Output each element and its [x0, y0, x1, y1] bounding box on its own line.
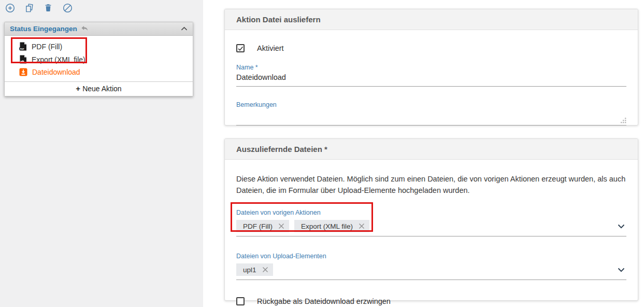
- name-field-label: Name *: [236, 64, 626, 71]
- status-panel: Status Eingegangen: [4, 22, 193, 96]
- action-item-label: Export (XML file): [32, 55, 85, 64]
- file-download-icon: [19, 68, 27, 76]
- files-card-title: Auszuliefernde Dateien *: [236, 145, 327, 153]
- chip-label: PDF (Fill): [243, 222, 273, 230]
- force-download-label: Rückgabe als Dateidownload erzwingen: [257, 297, 391, 305]
- status-panel-title: Status Eingegangen: [10, 25, 77, 33]
- add-action-button[interactable]: [5, 3, 15, 13]
- action-item-export-xml[interactable]: Export (XML file): [5, 53, 193, 66]
- chip-upl1[interactable]: upl1: [236, 263, 273, 276]
- remarks-field-label: Bemerkungen: [236, 101, 626, 108]
- workflow-sidebar: Status Eingegangen: [0, 0, 203, 307]
- chevron-up-icon[interactable]: [181, 26, 188, 31]
- activated-label: Aktiviert: [257, 44, 284, 52]
- duplicate-button[interactable]: [24, 3, 34, 13]
- upload-elements-label: Dateien von Upload-Elementen: [236, 253, 626, 260]
- ban-icon: [63, 3, 73, 13]
- previous-actions-select[interactable]: Dateien von vorigen Aktionen PDF (Fill) …: [236, 209, 626, 236]
- chevron-down-icon[interactable]: [618, 268, 625, 272]
- delete-button[interactable]: [43, 3, 53, 13]
- trash-icon: [44, 3, 53, 12]
- name-field-value[interactable]: Dateidownload: [236, 73, 626, 81]
- deliver-files-card: Auszuliefernde Dateien * Diese Aktion ve…: [224, 138, 638, 301]
- pdf-file-icon: PDF: [19, 42, 27, 51]
- remarks-field[interactable]: Bemerkungen: [236, 101, 626, 125]
- action-settings-card: Aktion Datei ausliefern Aktiviert Name *…: [224, 9, 638, 125]
- upload-elements-select[interactable]: Dateien von Upload-Elementen upl1: [236, 253, 626, 280]
- chip-close-icon[interactable]: [359, 223, 365, 229]
- workflow-toolbar: [5, 3, 73, 13]
- activated-checkbox-row[interactable]: Aktiviert: [236, 30, 626, 52]
- chip-pdf-fill[interactable]: PDF (Fill): [236, 220, 289, 232]
- action-list: PDF PDF (Fill) Export (XML file): [5, 36, 193, 81]
- chip-export-xml[interactable]: Export (XML file): [294, 220, 369, 232]
- export-file-icon: [19, 55, 27, 64]
- checkbox-unchecked-icon[interactable]: [236, 297, 245, 305]
- workflow-editor-page: Status Eingegangen: [0, 0, 644, 307]
- action-item-pdf-fill[interactable]: PDF PDF (Fill): [5, 40, 193, 53]
- chip-label: Export (XML file): [301, 222, 353, 230]
- duplicate-icon: [24, 3, 34, 13]
- status-panel-header[interactable]: Status Eingegangen: [5, 22, 193, 36]
- previous-actions-label: Dateien von vorigen Aktionen: [236, 209, 626, 216]
- new-action-label: Neue Aktion: [82, 85, 122, 93]
- previous-actions-chips: PDF (Fill) Export (XML file): [236, 220, 626, 232]
- action-item-label: PDF (Fill): [32, 43, 62, 51]
- files-card-body: Diese Aktion verwendet Dateien. Möglich …: [225, 160, 638, 305]
- action-item-dateidownload[interactable]: Dateidownload: [5, 66, 193, 78]
- undo-icon[interactable]: [81, 25, 89, 32]
- chip-close-icon[interactable]: [278, 223, 284, 229]
- name-field[interactable]: Name * Dateidownload: [236, 64, 626, 87]
- chip-label: upl1: [243, 266, 256, 274]
- force-download-checkbox-row[interactable]: Rückgabe als Dateidownload erzwingen: [236, 297, 626, 305]
- files-description: Diese Aktion verwendet Dateien. Möglich …: [236, 160, 626, 196]
- upload-elements-chips: upl1: [236, 263, 626, 276]
- chevron-down-icon[interactable]: [618, 224, 625, 229]
- checkbox-checked-icon[interactable]: [236, 44, 245, 52]
- action-card-body: Aktiviert Name * Dateidownload Bemerkung…: [225, 30, 638, 125]
- files-card-header: Auszuliefernde Dateien *: [225, 139, 638, 160]
- svg-text:PDF: PDF: [20, 48, 24, 50]
- add-circle-icon: [5, 3, 15, 13]
- action-item-label: Dateidownload: [32, 68, 80, 76]
- remarks-textarea[interactable]: [236, 108, 626, 125]
- new-action-button[interactable]: +Neue Aktion: [5, 81, 193, 96]
- action-card-header: Aktion Datei ausliefern: [225, 9, 638, 30]
- chip-close-icon[interactable]: [262, 267, 268, 273]
- plus-icon: +: [76, 84, 80, 93]
- action-card-title: Aktion Datei ausliefern: [236, 15, 321, 24]
- disable-button[interactable]: [62, 3, 73, 13]
- resize-grip-icon[interactable]: [621, 118, 626, 123]
